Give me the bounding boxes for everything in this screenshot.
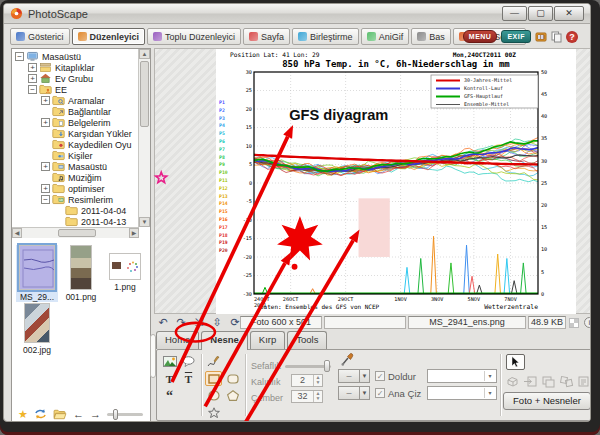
main-tab-sayfa[interactable]: Sayfa: [243, 28, 290, 45]
rounded-rectangle-tool[interactable]: [224, 371, 241, 386]
downloads-folder-icon: [52, 128, 65, 139]
line-checkbox[interactable]: ✓: [375, 388, 385, 398]
ellipse-tool[interactable]: [205, 388, 222, 403]
main-tab-anigif[interactable]: AniGif: [361, 28, 410, 45]
tree-item-ev-grubu[interactable]: +Ev Grubu: [12, 73, 93, 84]
collapse-icon[interactable]: −: [15, 52, 24, 61]
expand-icon[interactable]: +: [28, 63, 37, 72]
quote-tool[interactable]: “: [161, 388, 178, 403]
minimize-button[interactable]: —: [502, 6, 527, 21]
object-list-icon[interactable]: [577, 375, 591, 388]
main-tab-gösterici[interactable]: Gösterici: [10, 28, 70, 45]
tree-item-aramalar[interactable]: +Aramalar: [12, 95, 105, 106]
collapse-icon[interactable]: −: [41, 195, 50, 204]
main-tab-düzenleyici[interactable]: Düzenleyici: [72, 28, 146, 45]
select-cursor-button[interactable]: [506, 354, 525, 370]
user-folder-icon: [39, 84, 52, 95]
tree-item-belgelerim[interactable]: +Belgelerim: [12, 117, 111, 128]
tree-item-2011-04-04[interactable]: 2011-04-04: [12, 205, 126, 216]
expand-icon[interactable]: +: [28, 74, 37, 83]
svg-text:P16: P16: [219, 217, 228, 222]
exif-button[interactable]: EXIF: [501, 30, 531, 43]
pen-draw-tool[interactable]: [205, 354, 222, 369]
redo-icon[interactable]: ↷: [172, 316, 190, 329]
tree-item-ee[interactable]: −EE: [12, 84, 67, 95]
film-folder-icon[interactable]: [535, 31, 547, 43]
expand-icon[interactable]: +: [41, 184, 50, 193]
editor-tab-kırp[interactable]: Kırp: [250, 331, 285, 349]
object-import-icon[interactable]: [523, 375, 538, 388]
rectangle-tool[interactable]: [205, 371, 222, 386]
resize-icon[interactable]: ⇲: [190, 316, 208, 329]
editor-tab-nesne[interactable]: Nesne: [201, 331, 248, 350]
rich-text-tool[interactable]: T: [180, 371, 197, 386]
photo-canvas[interactable]: Position Lat: 41 Lon: 29Mon,24OCT2011 00…: [216, 49, 576, 314]
main-tab-birleştirme[interactable]: Birleştirme: [292, 28, 359, 45]
info-icon[interactable]: i: [584, 317, 591, 328]
object-combine-icon[interactable]: [559, 375, 574, 388]
svg-text:P8: P8: [219, 155, 225, 160]
tree-item-bağlantılar[interactable]: Bağlantılar: [12, 106, 111, 117]
fill-style-combobox[interactable]: [427, 369, 497, 383]
thumbnail-002-jpg[interactable]: 002.jpg: [16, 303, 58, 355]
open-folder-icon[interactable]: [53, 409, 67, 420]
object-order-icon[interactable]: [541, 375, 556, 388]
star-tool[interactable]: [205, 405, 222, 419]
fit-height-icon[interactable]: ⇳: [208, 316, 226, 329]
tree-horizontal-scrollbar[interactable]: ◀ ▶: [12, 227, 139, 238]
tree-item-müziğim[interactable]: Müziğim: [12, 172, 102, 183]
editor-tab-home[interactable]: Home: [156, 331, 199, 349]
forward-icon[interactable]: →: [90, 407, 101, 421]
text-tool[interactable]: T: [161, 371, 178, 386]
expand-icon[interactable]: +: [41, 96, 50, 105]
line-style-combobox[interactable]: [427, 386, 497, 400]
transparency-slider[interactable]: [285, 365, 331, 368]
tree-item-optimiser[interactable]: +optimiser: [12, 183, 105, 194]
help-icon[interactable]: ?: [566, 31, 578, 43]
tree-item-masaüstü[interactable]: +Masaüstü: [12, 161, 107, 172]
close-button[interactable]: ✕: [554, 6, 584, 21]
thumbnail-1-png[interactable]: 1.png: [104, 245, 146, 292]
tree-vertical-scrollbar[interactable]: ▲ ▼: [138, 49, 150, 227]
thumbnail-ms-29-[interactable]: MS_29...: [16, 245, 58, 302]
eyedropper-icon[interactable]: [341, 352, 354, 366]
tree-item-kaydedilen-oyu[interactable]: Kaydedilen Oyu: [12, 139, 132, 150]
window-title: PhotoScape: [28, 8, 88, 20]
titlebar[interactable]: PhotoScape — ▢ ✕: [4, 4, 590, 24]
speech-bubble-tool[interactable]: [180, 354, 197, 369]
fill-checkbox[interactable]: ✓: [375, 371, 385, 381]
copy-icon[interactable]: [551, 31, 562, 43]
svg-text:P6: P6: [219, 139, 225, 144]
polygon-tool[interactable]: [224, 388, 241, 403]
tree-item-2011-04-13[interactable]: 2011-04-13: [12, 216, 126, 227]
line-color-dropdown[interactable]: –▼: [338, 386, 370, 400]
menu-button[interactable]: MENU: [463, 30, 498, 43]
main-tab-bas[interactable]: Bas: [411, 28, 451, 45]
insert-image-tool[interactable]: [161, 354, 178, 369]
thumbnail-size-slider[interactable]: [107, 413, 143, 416]
object-group-icon[interactable]: [505, 375, 520, 388]
fill-color-dropdown[interactable]: –▼: [338, 369, 370, 383]
circle-stepper[interactable]: 32▲▼: [291, 390, 323, 403]
thumbnail-001-png[interactable]: 001.png: [60, 245, 102, 302]
maximize-button[interactable]: ▢: [528, 6, 553, 21]
photo-objects-button[interactable]: Foto + Nesneler: [503, 392, 591, 410]
expand-icon[interactable]: +: [41, 118, 50, 127]
favorites-star-icon[interactable]: ★: [18, 407, 28, 421]
tree-item-masaüstü[interactable]: −Masaüstü: [12, 51, 81, 62]
tree-item-kitaplıklar[interactable]: +Kitaplıklar: [12, 62, 95, 73]
expand-icon[interactable]: +: [41, 162, 50, 171]
editor-tab-tools[interactable]: Tools: [287, 331, 327, 349]
thickness-stepper[interactable]: 2▲▼: [291, 374, 323, 387]
tree-item-kişiler[interactable]: Kişiler: [12, 150, 93, 161]
tree-item-karşıdan-yükler[interactable]: Karşıdan Yükler: [12, 128, 132, 139]
refresh-icon[interactable]: [34, 408, 47, 420]
tree-item-resimlerim[interactable]: −Resimlerim: [12, 194, 113, 205]
svg-text:Mon,24OCT2011 00Z: Mon,24OCT2011 00Z: [453, 51, 517, 58]
back-icon[interactable]: ←: [73, 407, 84, 421]
transparency-background-icon[interactable]: [569, 318, 579, 328]
desktop-folder-icon: [52, 161, 65, 172]
collapse-icon[interactable]: −: [28, 85, 37, 94]
undo-icon[interactable]: ↶: [154, 316, 172, 329]
main-tab-toplu-düzenleyici[interactable]: Toplu Düzenleyici: [147, 28, 241, 45]
